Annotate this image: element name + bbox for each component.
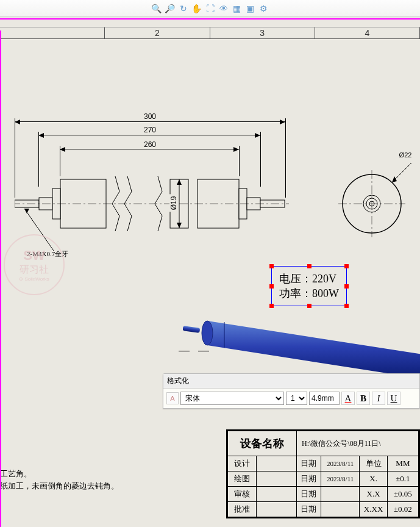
- underline-button[interactable]: U: [387, 392, 400, 405]
- rotate-icon[interactable]: ↻: [179, 4, 188, 13]
- resize-handle[interactable]: [269, 284, 274, 289]
- svg-rect-23: [183, 326, 200, 333]
- watermark-mid: 研习社: [20, 264, 49, 276]
- watermark-bot: ⊕ SolidWorks: [19, 276, 49, 282]
- selection-border-top: [0, 18, 420, 20]
- drawing-ruler: 2 3 4: [0, 27, 420, 39]
- svg-marker-14: [24, 209, 29, 213]
- resize-handle[interactable]: [307, 264, 311, 268]
- font-color-button[interactable]: A: [341, 392, 355, 405]
- dimension-text-body[interactable]: 270: [142, 126, 158, 134]
- resize-handle[interactable]: [344, 284, 349, 289]
- ruler-cell: [0, 27, 105, 38]
- ruler-cell: 3: [210, 27, 315, 38]
- dimension-dia-body[interactable]: Ø19: [169, 195, 178, 212]
- format-toolbar[interactable]: 格式化 A 宋体 16 A B I U: [163, 373, 420, 409]
- dimension-text-inner[interactable]: 260: [142, 140, 158, 149]
- technical-note: 工艺角。 纸加工，未画倒角的菱边去钝角。: [0, 468, 119, 492]
- table-row: 绘图 日期 2023/8/11 X. ±0.1: [228, 471, 419, 487]
- dimension-line-inner[interactable]: [60, 149, 239, 149]
- font-size-select[interactable]: 16: [286, 392, 307, 405]
- font-ab-icon[interactable]: A: [166, 392, 179, 404]
- drawing-canvas[interactable]: 300 270 260 Ø19: [0, 39, 420, 527]
- annotation-note-selected[interactable]: 电压：220V 功率：800W: [271, 266, 347, 306]
- tech-note-line: 工艺角。: [0, 468, 119, 480]
- resize-handle[interactable]: [269, 264, 274, 268]
- display-icon[interactable]: ▣: [246, 4, 255, 13]
- centermark-dash: —: [198, 344, 209, 357]
- roller-side-view: [15, 167, 289, 240]
- centermark-dash: —: [179, 344, 190, 357]
- title-block[interactable]: 设备名称 H:\微信公众号\08月11日\ 设计 日期 2023/8/11 单位…: [226, 429, 420, 518]
- svg-marker-22: [392, 176, 397, 182]
- 3d-preview-roller: [183, 307, 420, 381]
- settings-icon[interactable]: ⚙: [259, 4, 269, 13]
- tech-note-line: 纸加工，未画倒角的菱边去钝角。: [0, 480, 119, 492]
- watermark-sw: SW: [23, 248, 44, 264]
- selection-border-left: [0, 30, 1, 527]
- note-line2: 功率：800W: [279, 286, 339, 301]
- roller-end-view: [338, 158, 418, 243]
- font-family-select[interactable]: 宋体: [180, 392, 284, 405]
- table-row: 审核 日期 X.X ±0.05: [228, 487, 419, 502]
- format-toolbar-title: 格式化: [163, 374, 419, 389]
- svg-point-25: [202, 321, 213, 345]
- view-icon[interactable]: 👁: [219, 4, 229, 13]
- bold-button[interactable]: B: [357, 392, 370, 405]
- ruler-cell: 2: [105, 27, 210, 38]
- zoom-out-icon[interactable]: 🔎: [165, 4, 175, 13]
- top-toolbar: 🔍 🔎 ↻ ✋ ⛶ 👁 ▦ ▣ ⚙: [0, 0, 420, 17]
- table-row: 设计 日期 2023/8/11 单位 MM: [228, 456, 419, 471]
- pan-icon[interactable]: ✋: [192, 4, 202, 13]
- dimension-text-overall[interactable]: 300: [142, 112, 158, 121]
- text-height-input[interactable]: [309, 392, 340, 405]
- section-icon[interactable]: ▦: [232, 4, 242, 13]
- dimension-line-overall[interactable]: [15, 121, 285, 122]
- dimension-dia-end[interactable]: Ø22: [397, 151, 414, 159]
- dimension-line-body[interactable]: [38, 135, 260, 135]
- italic-button[interactable]: I: [372, 392, 385, 405]
- fit-icon[interactable]: ⛶: [205, 4, 215, 13]
- ruler-cell: 4: [315, 27, 420, 38]
- note-line1: 电压：220V: [279, 271, 339, 286]
- watermark-stamp: SW 研习社 ⊕ SolidWorks: [4, 234, 65, 295]
- title-block-header: 设备名称: [228, 431, 297, 456]
- zoom-in-icon[interactable]: 🔍: [152, 4, 162, 13]
- table-row: 批准 日期 X.XX ±0.02: [228, 502, 419, 517]
- title-block-path: H:\微信公众号\08月11日\: [297, 431, 419, 456]
- resize-handle[interactable]: [344, 264, 349, 268]
